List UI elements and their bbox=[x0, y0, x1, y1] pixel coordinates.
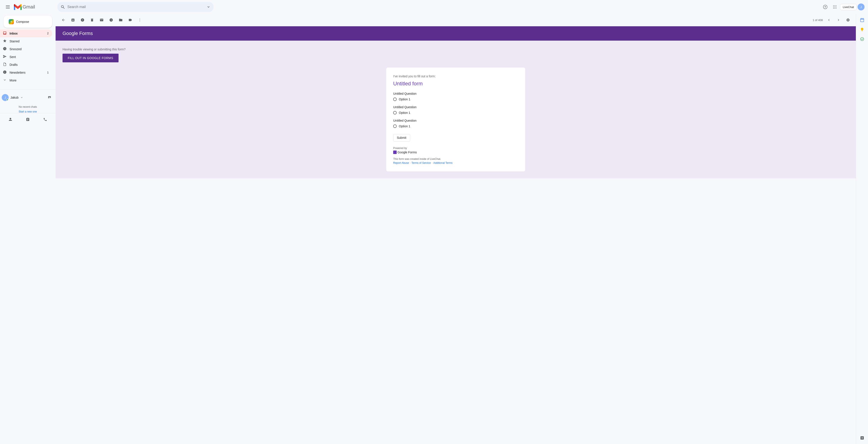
radio-3[interactable] bbox=[393, 124, 397, 128]
sidebar-item-drafts[interactable]: Drafts bbox=[0, 61, 52, 69]
keep-icon[interactable] bbox=[858, 25, 866, 34]
starred-label: Starred bbox=[9, 39, 20, 43]
apps-icon[interactable] bbox=[831, 3, 839, 11]
newsletters-badge: 1 bbox=[47, 71, 49, 74]
form-question-3: Untitled Question Option 1 bbox=[393, 119, 518, 128]
inbox-label: Inbox bbox=[9, 32, 18, 35]
livechat-button[interactable]: LiveChat bbox=[840, 4, 857, 10]
svg-point-9 bbox=[836, 5, 836, 6]
option-row-2: Option 1 bbox=[393, 111, 518, 115]
sidebar-item-inbox[interactable]: Inbox 2 bbox=[0, 30, 52, 37]
option-row-3: Option 1 bbox=[393, 124, 518, 128]
svg-point-16 bbox=[140, 19, 140, 19]
menu-icon[interactable] bbox=[3, 3, 12, 11]
search-input[interactable] bbox=[67, 5, 204, 9]
add-chat-icon[interactable] bbox=[45, 93, 54, 102]
brand-name: Google Forms bbox=[398, 151, 417, 154]
user-dropdown-icon bbox=[20, 96, 23, 99]
powered-by-section: Powered by Google Forms bbox=[393, 147, 518, 154]
search-dropdown-icon bbox=[207, 5, 210, 9]
drafts-label: Drafts bbox=[9, 63, 18, 66]
no-recent-chats: No recent chats bbox=[0, 103, 56, 110]
topbar-right: ? LiveChat J bbox=[821, 3, 865, 11]
toolbar-right: 1 of 408 bbox=[813, 16, 852, 24]
form-footer-note: This form was created inside of LiveChat… bbox=[393, 157, 518, 160]
archive-button[interactable] bbox=[69, 16, 77, 24]
tasks-icon[interactable] bbox=[24, 115, 32, 124]
terms-of-service-link[interactable]: Terms of Service bbox=[411, 161, 431, 165]
form-title: Untitled form bbox=[393, 81, 518, 87]
user-avatar-sidebar[interactable]: J bbox=[2, 94, 9, 101]
next-email-button[interactable] bbox=[834, 16, 843, 24]
google-forms-header: Google Forms bbox=[56, 26, 856, 40]
contacts-icon[interactable] bbox=[6, 115, 15, 124]
topbar: Gmail ? LiveChat J bbox=[0, 0, 868, 14]
more-icon bbox=[3, 78, 7, 83]
svg-point-12 bbox=[836, 7, 836, 7]
user-avatar-top[interactable]: J bbox=[858, 3, 865, 10]
start-new-link[interactable]: Start a new one bbox=[0, 110, 56, 113]
fill-out-button[interactable]: FILL OUT IN GOOGLE FORMS bbox=[63, 54, 119, 62]
add-panel-icon[interactable] bbox=[858, 434, 866, 442]
svg-point-7 bbox=[833, 5, 834, 6]
back-button[interactable] bbox=[59, 16, 68, 24]
email-body: Having trouble viewing or submitting thi… bbox=[56, 40, 856, 178]
more-actions-button[interactable] bbox=[135, 16, 144, 24]
label-button[interactable] bbox=[126, 16, 134, 24]
search-bar[interactable] bbox=[57, 2, 214, 12]
report-abuse-link[interactable]: Report Abuse bbox=[393, 161, 409, 165]
email-content: Google Forms Having trouble viewing or s… bbox=[56, 26, 856, 444]
tasks-side-icon[interactable] bbox=[858, 35, 866, 43]
snoozed-icon bbox=[3, 47, 7, 52]
sidebar-item-sent[interactable]: Sent bbox=[0, 53, 52, 61]
snoozed-label: Snoozed bbox=[9, 47, 22, 51]
search-icon bbox=[61, 5, 65, 9]
powered-by-logo: Google Forms bbox=[393, 151, 518, 154]
option-label-3: Option 1 bbox=[399, 124, 410, 128]
svg-point-8 bbox=[834, 5, 835, 6]
submit-button[interactable]: Submit bbox=[393, 134, 410, 141]
gforms-icon bbox=[393, 151, 397, 154]
newsletters-icon bbox=[3, 70, 7, 75]
svg-point-23 bbox=[860, 37, 864, 41]
form-question-1: Untitled Question Option 1 bbox=[393, 92, 518, 101]
mark-unread-button[interactable] bbox=[97, 16, 106, 24]
settings-button[interactable] bbox=[844, 16, 852, 24]
svg-point-18 bbox=[140, 21, 140, 21]
calendar-icon[interactable] bbox=[858, 16, 866, 24]
sidebar-item-snoozed[interactable]: Snoozed bbox=[0, 45, 52, 53]
newsletters-label: Newsletters bbox=[9, 71, 25, 74]
inbox-icon bbox=[3, 31, 7, 36]
email-area: 1 of 408 Google Forms bbox=[56, 14, 856, 444]
main-layout: + Compose Inbox 2 Starred Snoozed bbox=[0, 14, 868, 444]
svg-point-14 bbox=[834, 8, 835, 9]
svg-line-4 bbox=[63, 7, 64, 8]
sidebar-item-newsletters[interactable]: Newsletters 1 bbox=[0, 69, 52, 77]
question-label-3: Untitled Question bbox=[393, 119, 518, 122]
option-label-1: Option 1 bbox=[399, 97, 410, 101]
gmail-logo-text: Gmail bbox=[23, 4, 35, 10]
sidebar-item-more[interactable]: More bbox=[0, 77, 52, 84]
svg-point-17 bbox=[140, 20, 140, 20]
svg-rect-2 bbox=[6, 8, 10, 8]
sidebar-item-starred[interactable]: Starred bbox=[0, 37, 52, 45]
phone-icon[interactable] bbox=[41, 115, 50, 124]
more-label: More bbox=[9, 79, 17, 82]
compose-button[interactable]: + Compose bbox=[3, 16, 52, 28]
spam-button[interactable] bbox=[78, 16, 87, 24]
snooze-button[interactable] bbox=[107, 16, 116, 24]
compose-plus-icon: + bbox=[9, 19, 14, 24]
starred-icon bbox=[3, 39, 7, 44]
svg-point-11 bbox=[834, 7, 835, 7]
help-icon[interactable]: ? bbox=[821, 3, 830, 11]
form-question-2: Untitled Question Option 1 bbox=[393, 105, 518, 115]
question-label-1: Untitled Question bbox=[393, 92, 518, 95]
radio-2[interactable] bbox=[393, 111, 397, 115]
radio-1[interactable] bbox=[393, 97, 397, 101]
delete-button[interactable] bbox=[88, 16, 96, 24]
additional-terms-link[interactable]: Additional Terms bbox=[433, 161, 453, 165]
page-indicator: 1 of 408 bbox=[813, 19, 823, 22]
prev-email-button[interactable] bbox=[825, 16, 833, 24]
move-button[interactable] bbox=[116, 16, 125, 24]
online-indicator bbox=[6, 99, 9, 101]
